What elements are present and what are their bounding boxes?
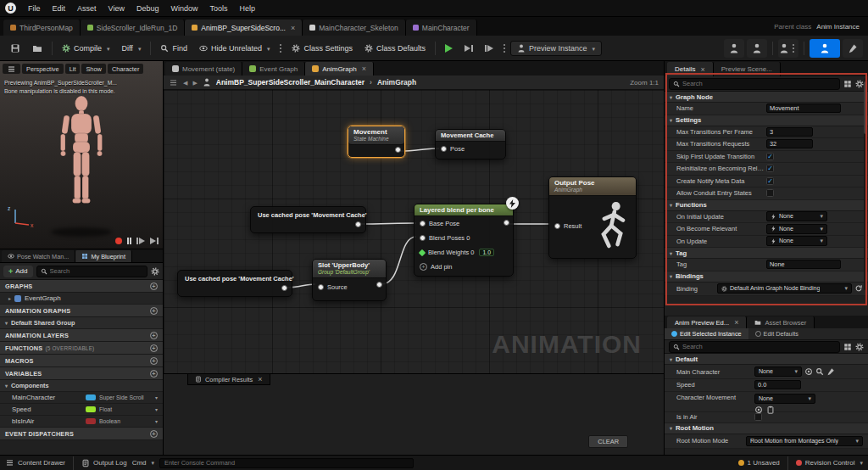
animation-graphs-header[interactable]: ANIMATION GRAPHS: [0, 305, 163, 317]
tab-movement-state[interactable]: Movement (state): [165, 62, 242, 76]
back-icon[interactable]: [183, 78, 187, 87]
result-input-pin[interactable]: [554, 223, 560, 229]
mannequin-character[interactable]: [43, 93, 120, 229]
collapse-caret-icon[interactable]: [670, 355, 672, 363]
node-use-cached-pose-bottom[interactable]: Use cached pose 'Movement Cache': [177, 270, 292, 297]
display-filter-icon[interactable]: [843, 80, 852, 88]
overflow-dots-icon[interactable]: [504, 48, 505, 49]
name-field[interactable]: [766, 104, 841, 113]
animation-mode-button[interactable]: [778, 39, 798, 58]
compile-button[interactable]: Compile: [57, 41, 115, 56]
close-icon[interactable]: [732, 318, 738, 327]
add-graph-icon[interactable]: [150, 283, 158, 290]
chevron-down-icon[interactable]: [155, 406, 158, 413]
add-event-dispatcher-icon[interactable]: [150, 430, 158, 438]
search-input[interactable]: [50, 267, 144, 275]
tab-anim-preview-editor[interactable]: Anim Preview Ed...: [667, 316, 747, 328]
hamburger-icon[interactable]: [170, 82, 176, 83]
menu-debug[interactable]: Debug: [131, 3, 165, 14]
tab-pose-watch-manager[interactable]: Pose Watch Man...: [2, 250, 75, 262]
menu-asset[interactable]: Asset: [71, 3, 103, 14]
source-input-pin[interactable]: [318, 284, 324, 290]
tab-animgraph[interactable]: AnimGraph: [305, 62, 374, 76]
collapse-caret-icon[interactable]: [670, 116, 672, 124]
browse-icon[interactable]: [815, 367, 824, 376]
hide-unrelated-button[interactable]: Hide Unrelated: [194, 41, 275, 56]
node-output-pose[interactable]: Output Pose AnimGraph Result: [548, 176, 637, 259]
play-forward-button[interactable]: [150, 238, 159, 244]
checkbox-checked[interactable]: [766, 165, 774, 172]
overflow-dots-icon[interactable]: [280, 48, 281, 49]
chevron-down-icon[interactable]: [105, 44, 110, 53]
category-graph-node[interactable]: Graph Node: [665, 92, 868, 103]
expand-caret-icon[interactable]: [8, 294, 11, 302]
chevron-down-icon[interactable]: [136, 44, 142, 53]
tab-animbp-supersidescroller[interactable]: AnimBP_SuperSideScro...: [185, 20, 303, 36]
tab-compiler-results[interactable]: Compiler Results: [187, 374, 270, 385]
breadcrumb-current[interactable]: AnimGraph: [377, 78, 416, 87]
tag-field[interactable]: [766, 260, 841, 269]
category-default[interactable]: Default: [665, 354, 868, 365]
add-macro-icon[interactable]: [150, 357, 158, 365]
variables-header[interactable]: VARIABLES: [0, 367, 163, 380]
pause-button[interactable]: [127, 238, 132, 244]
event-dispatchers-header[interactable]: EVENT DISPATCHERS: [0, 428, 163, 440]
add-pin-icon[interactable]: [420, 263, 427, 271]
close-icon[interactable]: [256, 375, 262, 383]
physics-mode-button[interactable]: [843, 39, 863, 58]
stop-button[interactable]: [480, 42, 498, 55]
output-pose-pin[interactable]: [281, 285, 287, 291]
revision-control-button[interactable]: Revision Control: [796, 459, 863, 467]
gear-icon[interactable]: [855, 80, 864, 88]
add-animation-graph-icon[interactable]: [150, 307, 158, 315]
category-tag[interactable]: Tag: [665, 248, 868, 259]
tab-preview-scene[interactable]: Preview Scene...: [714, 62, 781, 76]
collapse-caret-icon[interactable]: [670, 272, 672, 280]
add-animation-layer-icon[interactable]: [150, 332, 158, 339]
viewport-menu-button[interactable]: [3, 64, 20, 74]
tab-maincharacter-skeleton[interactable]: MainCharacter_Skeleton: [303, 20, 406, 36]
blueprint-mode-button-active[interactable]: [810, 39, 840, 58]
content-drawer-button[interactable]: Content Drawer: [5, 459, 65, 467]
pose-input-pin[interactable]: [441, 146, 447, 152]
blend-weights-input-pin[interactable]: [419, 249, 426, 255]
tab-maincharacter[interactable]: MainCharacter: [406, 20, 477, 36]
parent-class-link[interactable]: Anim Instance: [816, 23, 860, 31]
menu-help[interactable]: Help: [233, 3, 261, 14]
max-transitions-field[interactable]: [766, 127, 813, 137]
paste-icon[interactable]: [766, 406, 775, 414]
scrollbar-thumb[interactable]: [864, 81, 867, 134]
tab-my-blueprint[interactable]: My Blueprint: [75, 250, 132, 262]
preview-instance-dropdown[interactable]: Preview Instance: [510, 41, 602, 56]
animation-layers-header[interactable]: ANIMATION LAYERS: [0, 329, 163, 342]
preview-viewport[interactable]: Perspective Lit Show Character Previewin…: [0, 61, 163, 249]
menu-file[interactable]: File: [22, 3, 47, 14]
collapse-caret-icon[interactable]: [5, 319, 8, 327]
collapse-caret-icon[interactable]: [670, 424, 672, 432]
macros-header[interactable]: MACROS: [0, 355, 163, 367]
close-icon[interactable]: [360, 64, 366, 73]
character-movement-dropdown[interactable]: None: [754, 394, 815, 404]
tab-thirdpersonmap[interactable]: ThirdPersonMap: [3, 20, 81, 36]
anim-preview-search[interactable]: [669, 341, 840, 353]
variable-row-bisinair[interactable]: bIsInAirBoolean: [0, 416, 163, 428]
search-input[interactable]: [682, 343, 836, 350]
tab-sidescroller-idlerun[interactable]: SideScroller_IdleRun_1D: [81, 20, 185, 36]
search-input[interactable]: [682, 80, 836, 87]
gear-icon[interactable]: [151, 267, 159, 276]
tab-details[interactable]: Details: [667, 62, 714, 76]
unreal-logo-icon[interactable]: U: [5, 3, 16, 14]
chevron-down-icon[interactable]: [155, 417, 158, 425]
base-pose-input-pin[interactable]: [420, 221, 426, 227]
variable-row-speed[interactable]: SpeedFloat: [0, 404, 163, 416]
mesh-mode-button[interactable]: [747, 39, 767, 58]
use-selected-icon[interactable]: [754, 406, 763, 414]
forward-icon[interactable]: [192, 78, 197, 87]
graphs-header[interactable]: GRAPHS: [0, 280, 163, 293]
category-settings[interactable]: Settings: [665, 115, 868, 126]
collapse-caret-icon[interactable]: [5, 382, 8, 389]
add-button[interactable]: Add: [3, 266, 33, 277]
browse-button[interactable]: [27, 40, 47, 57]
speed-field[interactable]: [754, 380, 801, 389]
output-log-button[interactable]: Output Log: [81, 459, 127, 467]
